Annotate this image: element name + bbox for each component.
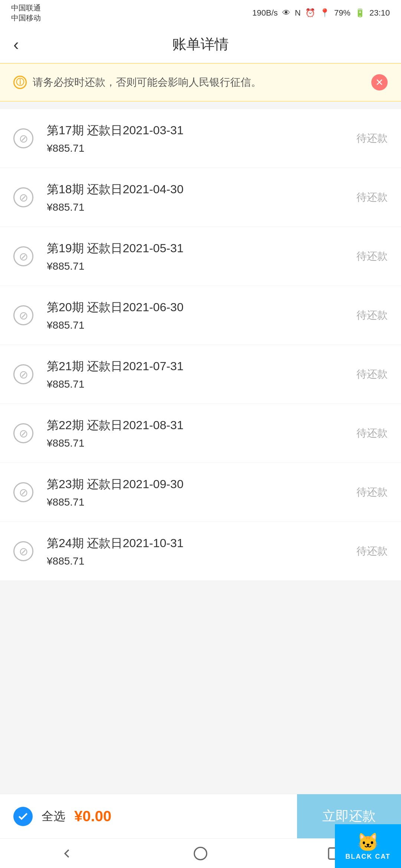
bill-item-icon-5: ⊘ <box>13 423 33 443</box>
bill-item-period-1: 第18期 还款日2021-04-30 <box>47 181 356 198</box>
bill-item-amount-6: ¥885.71 <box>47 496 356 508</box>
nav-home-button[interactable] <box>186 839 215 868</box>
bill-item-period-6: 第23期 还款日2021-09-30 <box>47 476 356 493</box>
bill-list: ⊘ 第17期 还款日2021-03-31 ¥885.71 待还款 ⊘ 第18期 … <box>0 109 401 581</box>
status-bar: 中国联通 中国移动 190B/s 👁 N ⏰ 📍 79% 🔋 23:10 <box>0 0 401 26</box>
bill-item-info-2: 第19期 还款日2021-05-31 ¥885.71 <box>47 240 356 272</box>
bill-item[interactable]: ⊘ 第24期 还款日2021-10-31 ¥885.71 待还款 <box>0 522 401 581</box>
warning-close-button[interactable]: ✕ <box>371 74 388 91</box>
bill-item-status-0: 待还款 <box>356 131 388 145</box>
bill-item-status-6: 待还款 <box>356 485 388 499</box>
eye-icon: 👁 <box>282 8 290 18</box>
bill-item-icon-7: ⊘ <box>13 541 33 561</box>
svg-point-0 <box>194 847 206 859</box>
bill-item-amount-1: ¥885.71 <box>47 201 356 213</box>
bill-item-status-3: 待还款 <box>356 308 388 322</box>
bill-item-status-7: 待还款 <box>356 544 388 558</box>
location-icon: 📍 <box>320 8 330 18</box>
bill-item-info-3: 第20期 还款日2021-06-30 ¥885.71 <box>47 299 356 331</box>
bill-item-amount-4: ¥885.71 <box>47 378 356 390</box>
bottom-left: 全选 ¥0.00 <box>0 807 297 826</box>
select-all-checkbox[interactable] <box>13 807 33 826</box>
nfc-icon: N <box>295 8 301 18</box>
bill-item-period-4: 第21期 还款日2021-07-31 <box>47 358 356 375</box>
carrier2-label: 中国移动 <box>11 13 41 23</box>
bill-item-info-6: 第23期 还款日2021-09-30 ¥885.71 <box>47 476 356 508</box>
warning-banner: ⓘ 请务必按时还款，否则可能会影响人民银行征信。 ✕ <box>0 63 401 102</box>
bill-item[interactable]: ⊘ 第21期 还款日2021-07-31 ¥885.71 待还款 <box>0 345 401 404</box>
warning-text: 请务必按时还款，否则可能会影响人民银行征信。 <box>33 75 261 89</box>
battery-label: 79% <box>334 8 351 18</box>
black-cat-watermark: 🐱 BLACK CAT <box>335 824 401 868</box>
bill-item-icon-0: ⊘ <box>13 128 33 148</box>
bill-item-info-1: 第18期 还款日2021-04-30 ¥885.71 <box>47 181 356 213</box>
bill-item-amount-5: ¥885.71 <box>47 437 356 449</box>
back-button[interactable]: ‹ <box>13 35 19 54</box>
bill-item-icon-6: ⊘ <box>13 482 33 502</box>
bill-item-period-5: 第22期 还款日2021-08-31 <box>47 417 356 434</box>
black-cat-icon: 🐱 <box>357 832 379 853</box>
speed-label: 190B/s <box>252 8 278 18</box>
total-amount: ¥0.00 <box>74 808 111 825</box>
time-label: 23:10 <box>369 8 390 18</box>
bill-item-amount-3: ¥885.71 <box>47 319 356 331</box>
bill-item-info-7: 第24期 还款日2021-10-31 ¥885.71 <box>47 535 356 567</box>
bill-item-icon-3: ⊘ <box>13 305 33 325</box>
bill-item-icon-2: ⊘ <box>13 246 33 266</box>
carrier-info: 中国联通 中国移动 <box>11 3 41 23</box>
bill-item-info-4: 第21期 还款日2021-07-31 ¥885.71 <box>47 358 356 390</box>
carrier1-label: 中国联通 <box>11 3 41 13</box>
bill-item-icon-1: ⊘ <box>13 187 33 207</box>
bill-item-period-7: 第24期 还款日2021-10-31 <box>47 535 356 552</box>
bill-item[interactable]: ⊘ 第22期 还款日2021-08-31 ¥885.71 待还款 <box>0 404 401 463</box>
bill-item-icon-4: ⊘ <box>13 364 33 384</box>
bill-item[interactable]: ⊘ 第23期 还款日2021-09-30 ¥885.71 待还款 <box>0 463 401 522</box>
black-cat-text: BLACK CAT <box>345 853 391 861</box>
bill-item-status-2: 待还款 <box>356 249 388 263</box>
bill-item-amount-2: ¥885.71 <box>47 260 356 272</box>
bill-item-status-5: 待还款 <box>356 426 388 440</box>
bill-item[interactable]: ⊘ 第18期 还款日2021-04-30 ¥885.71 待还款 <box>0 168 401 227</box>
bill-item[interactable]: ⊘ 第19期 还款日2021-05-31 ¥885.71 待还款 <box>0 227 401 286</box>
select-all-label: 全选 <box>42 808 65 825</box>
status-icons: 190B/s 👁 N ⏰ 📍 79% 🔋 23:10 <box>252 8 390 18</box>
header: ‹ 账单详情 <box>0 26 401 63</box>
warning-icon: ⓘ <box>13 76 27 89</box>
bill-item-period-3: 第20期 还款日2021-06-30 <box>47 299 356 316</box>
bill-item-status-4: 待还款 <box>356 367 388 381</box>
bill-item-amount-0: ¥885.71 <box>47 142 356 154</box>
bill-item-info-5: 第22期 还款日2021-08-31 ¥885.71 <box>47 417 356 449</box>
bill-item-period-0: 第17期 还款日2021-03-31 <box>47 122 356 139</box>
bill-item[interactable]: ⊘ 第20期 还款日2021-06-30 ¥885.71 待还款 <box>0 286 401 345</box>
page-title: 账单详情 <box>172 35 229 54</box>
nav-back-button[interactable] <box>52 839 82 868</box>
alarm-icon: ⏰ <box>305 8 315 18</box>
bill-item-status-1: 待还款 <box>356 190 388 204</box>
warning-content: ⓘ 请务必按时还款，否则可能会影响人民银行征信。 <box>13 75 371 89</box>
bill-item-amount-7: ¥885.71 <box>47 555 356 567</box>
bill-item[interactable]: ⊘ 第17期 还款日2021-03-31 ¥885.71 待还款 <box>0 109 401 168</box>
bill-item-info-0: 第17期 还款日2021-03-31 ¥885.71 <box>47 122 356 154</box>
bill-item-period-2: 第19期 还款日2021-05-31 <box>47 240 356 257</box>
battery-icon: 🔋 <box>355 8 365 18</box>
